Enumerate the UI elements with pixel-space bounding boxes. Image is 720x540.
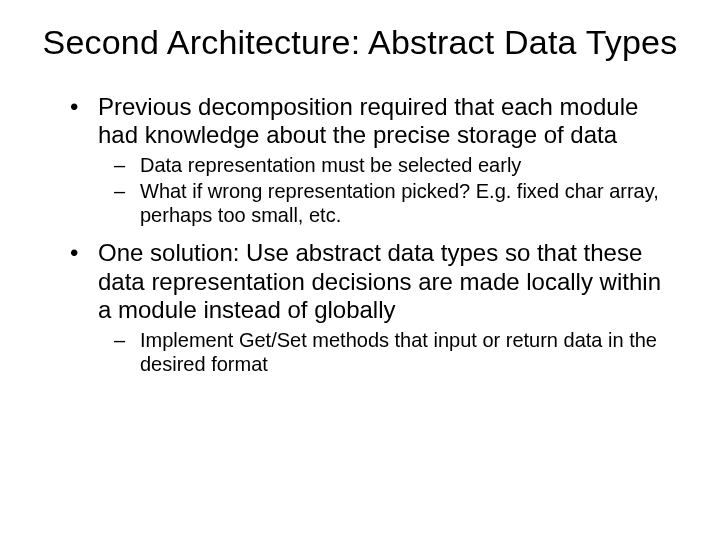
sub-bullet-list: Data representation must be selected ear…: [114, 153, 680, 227]
list-item: What if wrong representation picked? E.g…: [114, 179, 680, 227]
list-item: Data representation must be selected ear…: [114, 153, 680, 177]
slide-title: Second Architecture: Abstract Data Types: [40, 22, 680, 63]
bullet-text: Previous decomposition required that eac…: [98, 93, 638, 148]
sub-bullet-text: What if wrong representation picked? E.g…: [140, 180, 659, 226]
sub-bullet-text: Data representation must be selected ear…: [140, 154, 521, 176]
list-item: One solution: Use abstract data types so…: [70, 239, 680, 376]
list-item: Implement Get/Set methods that input or …: [114, 328, 680, 376]
slide: Second Architecture: Abstract Data Types…: [0, 0, 720, 540]
bullet-text: One solution: Use abstract data types so…: [98, 239, 661, 323]
list-item: Previous decomposition required that eac…: [70, 93, 680, 228]
sub-bullet-text: Implement Get/Set methods that input or …: [140, 329, 657, 375]
bullet-list: Previous decomposition required that eac…: [70, 93, 680, 377]
sub-bullet-list: Implement Get/Set methods that input or …: [114, 328, 680, 376]
